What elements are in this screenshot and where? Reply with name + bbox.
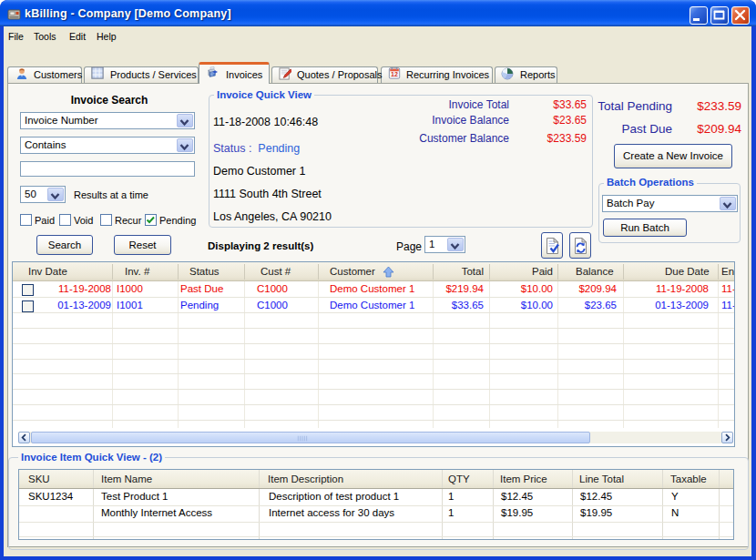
svg-text:12: 12: [391, 71, 398, 77]
